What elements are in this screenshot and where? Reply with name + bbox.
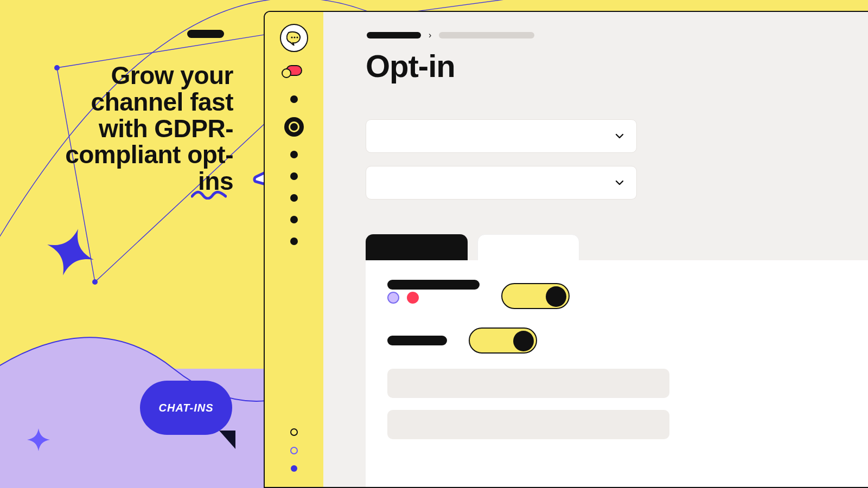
svg-point-4 bbox=[293, 36, 295, 38]
marketing-canvas: Grow your channel fast with GDPR-complia… bbox=[0, 0, 868, 488]
dropdown-2[interactable] bbox=[366, 166, 637, 200]
sidebar-nav bbox=[284, 95, 304, 245]
chat-ins-badge: CHAT-INS bbox=[140, 381, 232, 435]
sidebar-item[interactable] bbox=[290, 172, 298, 180]
breadcrumb: › bbox=[367, 30, 534, 40]
chat-bubble-icon bbox=[286, 30, 302, 46]
tab-inactive[interactable] bbox=[477, 234, 579, 262]
app-logo[interactable] bbox=[280, 24, 308, 52]
notifications-icon[interactable] bbox=[286, 65, 302, 76]
app-window: › Opt-in bbox=[264, 11, 868, 488]
settings-panel bbox=[366, 260, 868, 488]
sidebar-item[interactable] bbox=[290, 151, 298, 158]
main-content: › Opt-in bbox=[323, 12, 868, 487]
input-placeholder[interactable] bbox=[387, 369, 669, 398]
chevron-down-icon bbox=[615, 131, 624, 141]
sidebar-item[interactable] bbox=[290, 237, 298, 245]
chevron-down-icon bbox=[615, 178, 624, 188]
squiggle-icon bbox=[191, 190, 227, 200]
chat-ins-label: CHAT-INS bbox=[159, 402, 214, 414]
sidebar-item[interactable] bbox=[290, 194, 298, 202]
sidebar bbox=[265, 12, 323, 487]
setting-label bbox=[387, 280, 480, 290]
sidebar-footer bbox=[265, 428, 323, 472]
setting-label bbox=[387, 336, 447, 345]
breadcrumb-root[interactable] bbox=[367, 32, 421, 38]
sparkle-icon bbox=[46, 228, 95, 277]
color-swatch-red[interactable] bbox=[407, 292, 419, 304]
sidebar-footer-item[interactable] bbox=[291, 465, 297, 472]
toggle-1[interactable] bbox=[501, 283, 570, 309]
sparkle-icon bbox=[27, 428, 50, 451]
dropdown-1[interactable] bbox=[366, 119, 637, 153]
tab-active[interactable] bbox=[366, 234, 468, 262]
color-swatches bbox=[387, 292, 480, 304]
hero-headline: Grow your channel fast with GDPR-complia… bbox=[38, 62, 233, 195]
sidebar-footer-item[interactable] bbox=[290, 428, 298, 436]
sidebar-item[interactable] bbox=[290, 95, 298, 103]
network-node-icon bbox=[92, 279, 98, 285]
tabs bbox=[366, 234, 579, 262]
sidebar-item[interactable] bbox=[290, 216, 298, 223]
svg-point-3 bbox=[291, 36, 292, 38]
svg-point-5 bbox=[296, 36, 298, 38]
color-swatch-lavender[interactable] bbox=[387, 292, 399, 304]
page-title: Opt-in bbox=[366, 48, 455, 84]
chevron-right-icon: › bbox=[429, 30, 431, 40]
sidebar-footer-item[interactable] bbox=[290, 447, 298, 454]
hero-eyebrow bbox=[187, 30, 224, 38]
breadcrumb-current bbox=[439, 32, 534, 38]
input-placeholder[interactable] bbox=[387, 410, 669, 439]
sidebar-item-active[interactable] bbox=[284, 117, 304, 137]
toggle-2[interactable] bbox=[469, 328, 537, 354]
